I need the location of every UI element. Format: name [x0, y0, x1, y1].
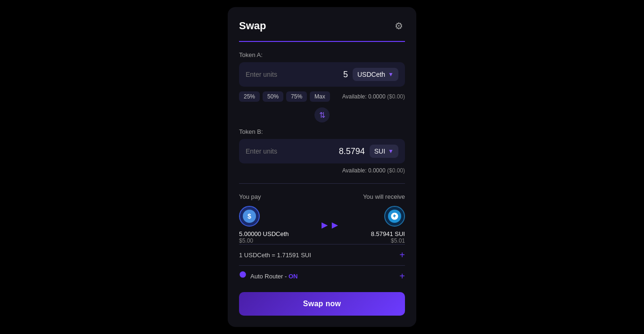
percent-75-button[interactable]: 75%	[286, 91, 307, 102]
token-a-input-row: 5 USDCeth ▼	[239, 62, 405, 87]
token-a-input[interactable]	[246, 71, 339, 78]
swap-arrows-icon: ⇅	[319, 111, 325, 120]
percent-buttons: 25% 50% 75% Max	[239, 91, 330, 102]
panel-title: Swap	[239, 20, 266, 32]
token-b-dropdown-arrow: ▼	[388, 148, 394, 155]
panel-header: Swap ⚙	[239, 18, 405, 42]
receive-info: 8.57941 SUI $5.01	[371, 206, 405, 244]
percent-25-button[interactable]: 25%	[239, 91, 260, 102]
token-b-amount: 8.5794	[339, 147, 365, 156]
token-b-section: Token B: 8.5794 SUI ▼ Available: 0.0000 …	[239, 128, 405, 174]
auto-router-row: Auto Router - ON +	[239, 265, 405, 286]
token-b-available-usd: ($0.00)	[387, 167, 405, 174]
router-icon	[239, 271, 247, 281]
token-a-available: Available: 0.0000 ($0.00)	[342, 93, 405, 100]
receive-amount: 8.57941 SUI	[371, 230, 405, 237]
section-divider	[239, 183, 405, 184]
swap-panel: Swap ⚙ Token A: 5 USDCeth ▼ 25% 50% 75% …	[228, 7, 416, 327]
token-a-amount: 5	[343, 70, 348, 80]
token-flow: 5.00000 USDCeth $5.00 ►► 8.57941 SUI $5.…	[239, 206, 405, 244]
router-text: Auto Router - ON	[250, 273, 297, 280]
sui-inner-icon	[388, 210, 401, 223]
token-b-select[interactable]: SUI ▼	[370, 145, 398, 158]
token-b-available-val: Available: 0.0000	[342, 167, 386, 174]
pay-info: 5.00000 USDCeth $5.00	[239, 206, 289, 244]
forward-arrows-icon: ►►	[320, 219, 340, 231]
usdceth-inner-icon	[243, 210, 256, 223]
receive-usd: $5.01	[391, 237, 405, 244]
percent-50-button[interactable]: 50%	[263, 91, 283, 102]
token-a-label: Token A:	[239, 51, 405, 58]
pay-amount: 5.00000 USDCeth	[239, 230, 289, 237]
router-left: Auto Router - ON	[239, 271, 297, 281]
token-a-available-usd: ($0.00)	[387, 93, 405, 100]
usdceth-icon	[239, 206, 260, 227]
router-expand-button[interactable]: +	[399, 271, 405, 281]
swap-direction: ⇅	[239, 107, 405, 122]
sui-icon	[384, 206, 405, 227]
token-b-available: Available: 0.0000 ($0.00)	[239, 167, 405, 174]
token-b-name: SUI	[374, 147, 385, 155]
settings-button[interactable]: ⚙	[393, 18, 405, 33]
token-b-input-row: 8.5794 SUI ▼	[239, 139, 405, 163]
rate-text: 1 USDCeth = 1.71591 SUI	[239, 252, 311, 259]
pay-label: You pay	[239, 193, 261, 200]
token-a-section: Token A: 5 USDCeth ▼ 25% 50% 75% Max Ava…	[239, 51, 405, 102]
rate-expand-button[interactable]: +	[399, 250, 405, 260]
token-a-available-val: Available: 0.0000	[342, 93, 386, 100]
rate-row: 1 USDCeth = 1.71591 SUI +	[239, 244, 405, 265]
percent-max-button[interactable]: Max	[310, 91, 330, 102]
router-status: ON	[289, 273, 298, 280]
pay-usd: $5.00	[239, 237, 253, 244]
swap-direction-button[interactable]: ⇅	[314, 107, 330, 122]
token-a-dropdown-arrow: ▼	[388, 71, 394, 78]
pay-receive-labels: You pay You will receive	[239, 193, 405, 200]
token-a-controls: 25% 50% 75% Max Available: 0.0000 ($0.00…	[239, 91, 405, 102]
receive-label: You will receive	[363, 193, 405, 200]
token-a-select[interactable]: USDCeth ▼	[353, 68, 398, 81]
swap-now-button[interactable]: Swap now	[239, 292, 405, 316]
token-b-label: Token B:	[239, 128, 405, 135]
token-b-input[interactable]	[246, 147, 334, 155]
token-a-name: USDCeth	[357, 71, 385, 78]
sui-logo-svg	[390, 212, 399, 220]
gear-icon: ⚙	[395, 21, 403, 31]
